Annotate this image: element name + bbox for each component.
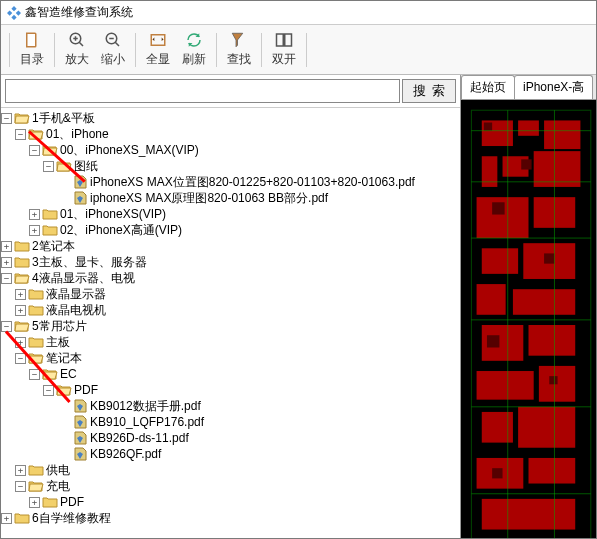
- folder-closed-icon: [42, 495, 58, 509]
- tree-toggle[interactable]: −: [1, 113, 12, 124]
- tree-label: EC: [60, 367, 77, 381]
- tree-label: 液晶电视机: [46, 302, 106, 319]
- tree-toggle[interactable]: −: [1, 273, 12, 284]
- zoom-out-icon: [104, 31, 122, 49]
- pdf-icon: [72, 415, 88, 429]
- tree-folder[interactable]: −1手机&平板: [1, 110, 460, 126]
- zoom-in-icon: [68, 31, 86, 49]
- tree-folder[interactable]: +3主板、显卡、服务器: [1, 254, 460, 270]
- tree-label: KB926QF.pdf: [90, 447, 161, 461]
- fit-button[interactable]: 全显: [140, 29, 176, 70]
- svg-rect-4: [285, 34, 292, 46]
- refresh-icon: [185, 31, 203, 49]
- svg-rect-9: [544, 120, 580, 149]
- file-tree[interactable]: −1手机&平板−01、iPhone−00、iPhoneXS_MAX(VIP)−图…: [1, 108, 460, 539]
- folder-open-icon: [14, 271, 30, 285]
- find-button[interactable]: 查找: [221, 29, 257, 70]
- tree-folder[interactable]: +供电: [1, 462, 460, 478]
- tree-folder[interactable]: −充电: [1, 478, 460, 494]
- tree-toggle[interactable]: +: [15, 289, 26, 300]
- tree-folder[interactable]: +6自学维修教程: [1, 510, 460, 526]
- tree-label: 1手机&平板: [32, 110, 95, 127]
- tree-file[interactable]: iPhoneXS MAX位置图820-01225+820-01103+820-0…: [1, 174, 460, 190]
- catalog-button[interactable]: 目录: [14, 29, 50, 70]
- tab-bar: 起始页 iPhoneX-高: [461, 75, 596, 100]
- tab-start[interactable]: 起始页: [461, 75, 515, 99]
- folder-closed-icon: [28, 287, 44, 301]
- svg-rect-18: [513, 289, 575, 315]
- tree-label: PDF: [60, 495, 84, 509]
- tree-file[interactable]: KB926QF.pdf: [1, 446, 460, 462]
- tree-folder[interactable]: −笔记本: [1, 350, 460, 366]
- tree-label: 主板: [46, 334, 70, 351]
- folder-closed-icon: [28, 463, 44, 477]
- folder-closed-icon: [42, 223, 58, 237]
- tree-folder[interactable]: +2笔记本: [1, 238, 460, 254]
- tree-toggle[interactable]: +: [1, 257, 12, 268]
- tree-file[interactable]: KB910_LQFP176.pdf: [1, 414, 460, 430]
- tree-folder[interactable]: +液晶电视机: [1, 302, 460, 318]
- tree-label: KB9012数据手册.pdf: [90, 398, 201, 415]
- tree-label: 01、iPhone: [46, 126, 109, 143]
- tree-toggle[interactable]: +: [15, 305, 26, 316]
- pcb-graphic: [461, 100, 596, 539]
- zoom-out-button[interactable]: 缩小: [95, 29, 131, 70]
- app-title: 鑫智造维修查询系统: [25, 4, 133, 21]
- folder-closed-icon: [14, 511, 30, 525]
- tree-label: 02、iPhoneX高通(VIP): [60, 222, 182, 239]
- folder-closed-icon: [28, 335, 44, 349]
- tree-folder[interactable]: −5常用芯片: [1, 318, 460, 334]
- tree-toggle[interactable]: −: [15, 481, 26, 492]
- svg-rect-24: [518, 407, 575, 448]
- tree-label: 液晶显示器: [46, 286, 106, 303]
- tree-folder[interactable]: −4液晶显示器、电视: [1, 270, 460, 286]
- find-icon: [230, 31, 248, 49]
- left-pane: 搜索 −1手机&平板−01、iPhone−00、iPhoneXS_MAX(VIP…: [1, 75, 461, 539]
- tree-file[interactable]: iphoneXS MAX原理图820-01063 BB部分.pdf: [1, 190, 460, 206]
- tree-folder[interactable]: +主板: [1, 334, 460, 350]
- tree-toggle[interactable]: +: [1, 513, 12, 524]
- folder-closed-icon: [14, 255, 30, 269]
- tree-folder[interactable]: +02、iPhoneX高通(VIP): [1, 222, 460, 238]
- tree-toggle[interactable]: +: [29, 497, 40, 508]
- tree-toggle[interactable]: −: [29, 145, 40, 156]
- tree-toggle[interactable]: +: [15, 465, 26, 476]
- tree-folder[interactable]: +01、iPhoneXS(VIP): [1, 206, 460, 222]
- tree-folder[interactable]: −EC: [1, 366, 460, 382]
- toolbar: 目录 放大 缩小 全显 刷新 查找 双开: [1, 25, 596, 75]
- tree-label: iPhoneXS MAX位置图820-01225+820-01103+820-0…: [90, 174, 415, 191]
- tree-toggle[interactable]: +: [29, 225, 40, 236]
- tree-toggle[interactable]: +: [1, 241, 12, 252]
- tree-label: 00、iPhoneXS_MAX(VIP): [60, 142, 199, 159]
- tree-label: 图纸: [74, 158, 98, 175]
- pcb-viewer[interactable]: [461, 100, 596, 539]
- dual-button[interactable]: 双开: [266, 29, 302, 70]
- tree-toggle[interactable]: +: [29, 209, 40, 220]
- tab-document[interactable]: iPhoneX-高: [514, 75, 593, 99]
- folder-open-icon: [28, 479, 44, 493]
- refresh-button[interactable]: 刷新: [176, 29, 212, 70]
- tree-folder[interactable]: +PDF: [1, 494, 460, 510]
- folder-closed-icon: [42, 207, 58, 221]
- tree-file[interactable]: KB926D-ds-11.pdf: [1, 430, 460, 446]
- folder-open-icon: [14, 111, 30, 125]
- search-input[interactable]: [5, 79, 400, 103]
- tree-toggle[interactable]: −: [43, 161, 54, 172]
- zoom-in-button[interactable]: 放大: [59, 29, 95, 70]
- search-bar: 搜索: [1, 75, 460, 108]
- tree-toggle[interactable]: −: [15, 129, 26, 140]
- svg-rect-17: [477, 284, 506, 315]
- search-button[interactable]: 搜索: [402, 79, 456, 103]
- tree-label: 笔记本: [46, 350, 82, 367]
- svg-rect-8: [518, 120, 539, 135]
- folder-closed-icon: [14, 239, 30, 253]
- pdf-icon: [72, 431, 88, 445]
- svg-rect-27: [482, 499, 575, 530]
- pdf-icon: [72, 191, 88, 205]
- dual-icon: [275, 31, 293, 49]
- tree-label: 6自学维修教程: [32, 510, 111, 527]
- tree-folder[interactable]: −00、iPhoneXS_MAX(VIP): [1, 142, 460, 158]
- tree-folder[interactable]: +液晶显示器: [1, 286, 460, 302]
- tree-folder[interactable]: −PDF: [1, 382, 460, 398]
- tree-folder[interactable]: −01、iPhone: [1, 126, 460, 142]
